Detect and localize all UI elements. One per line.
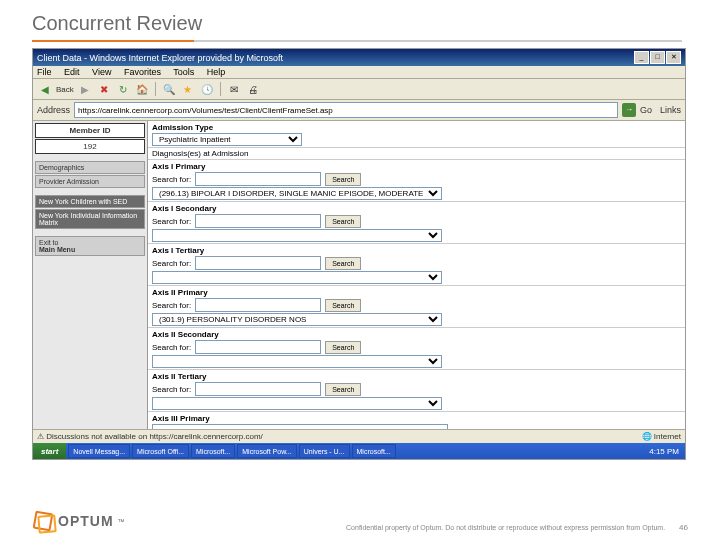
axis2t-search-input[interactable] <box>195 382 321 396</box>
maximize-button[interactable]: □ <box>650 51 665 64</box>
status-bar: ⚠ Discussions not available on https://c… <box>33 429 685 443</box>
window-title: Client Data - Windows Internet Explorer … <box>37 53 283 63</box>
menu-tools[interactable]: Tools <box>173 67 194 77</box>
mail-icon[interactable]: ✉ <box>226 81 242 97</box>
axis1s-search-button[interactable]: Search <box>325 215 361 228</box>
axis1p-select[interactable]: (296.13) BIPOLAR I DISORDER, SINGLE MANI… <box>152 187 442 200</box>
logo-tm: ™ <box>118 518 125 525</box>
axis2s-title: Axis II Secondary <box>152 330 681 339</box>
axis1s-title: Axis I Secondary <box>152 204 681 213</box>
back-label[interactable]: Back <box>56 85 74 94</box>
content-area: Member ID 192 Demographics Provider Admi… <box>33 121 685 451</box>
axis2t-title: Axis II Tertiary <box>152 372 681 381</box>
refresh-icon[interactable]: ↻ <box>115 81 131 97</box>
separator <box>155 82 156 96</box>
axis2p-search-input[interactable] <box>195 298 321 312</box>
close-button[interactable]: ✕ <box>666 51 681 64</box>
axis1s-search-input[interactable] <box>195 214 321 228</box>
logo-text: OPTUM <box>58 513 114 529</box>
taskbar: start Novell Messag... Microsoft Offi...… <box>33 443 685 459</box>
search-label: Search for: <box>152 259 191 268</box>
ie-titlebar: Client Data - Windows Internet Explorer … <box>33 49 685 66</box>
axis1t-search-input[interactable] <box>195 256 321 270</box>
sidebar-item-demographics[interactable]: Demographics <box>35 161 145 174</box>
search-label: Search for: <box>152 385 191 394</box>
ie-window: Client Data - Windows Internet Explorer … <box>32 48 686 460</box>
exit-target: Main Menu <box>39 246 141 253</box>
go-label: Go <box>640 105 652 115</box>
search-label: Search for: <box>152 301 191 310</box>
print-icon[interactable]: 🖨 <box>245 81 261 97</box>
toolbar: ◀ Back ▶ ✖ ↻ 🏠 🔍 ★ 🕓 ✉ 🖨 <box>33 79 685 100</box>
favorites-icon[interactable]: ★ <box>180 81 196 97</box>
axis2t-search-button[interactable]: Search <box>325 383 361 396</box>
slide-title: Concurrent Review <box>32 12 202 35</box>
task-item[interactable]: Novell Messag... <box>68 444 130 458</box>
title-underline <box>32 40 682 42</box>
logo-icon <box>32 510 54 532</box>
task-item[interactable]: Microsoft Pow... <box>237 444 296 458</box>
axis1s-select[interactable] <box>152 229 442 242</box>
history-icon[interactable]: 🕓 <box>199 81 215 97</box>
task-item[interactable]: Microsoft... <box>191 444 235 458</box>
menu-bar: File Edit View Favorites Tools Help <box>33 66 685 79</box>
home-icon[interactable]: 🏠 <box>134 81 150 97</box>
diagnoses-label: Diagnosis(es) at Admission <box>152 149 681 158</box>
address-input[interactable] <box>74 102 618 118</box>
search-label: Search for: <box>152 175 191 184</box>
axis2t-select[interactable] <box>152 397 442 410</box>
status-right: 🌐 Internet <box>642 432 681 441</box>
main-form: Admission Type Psychiatric Inpatient Dia… <box>148 121 685 451</box>
search-label: Search for: <box>152 343 191 352</box>
axis1p-title: Axis I Primary <box>152 162 681 171</box>
axis2s-search-button[interactable]: Search <box>325 341 361 354</box>
axis2s-select[interactable] <box>152 355 442 368</box>
optum-logo: OPTUM ™ <box>32 510 125 532</box>
address-bar: Address → Go Links <box>33 100 685 121</box>
footer-text: Confidential property of Optum. Do not d… <box>346 524 665 531</box>
separator <box>220 82 221 96</box>
system-clock: 4:15 PM <box>643 447 685 456</box>
axis2p-search-button[interactable]: Search <box>325 299 361 312</box>
minimize-button[interactable]: _ <box>634 51 649 64</box>
axis1t-search-button[interactable]: Search <box>325 257 361 270</box>
axis1t-select[interactable] <box>152 271 442 284</box>
member-id-label: Member ID <box>35 123 145 138</box>
menu-file[interactable]: File <box>37 67 52 77</box>
admission-type-select[interactable]: Psychiatric Inpatient <box>152 133 302 146</box>
menu-edit[interactable]: Edit <box>64 67 80 77</box>
exit-label: Exit to <box>39 239 141 246</box>
axis1p-search-button[interactable]: Search <box>325 173 361 186</box>
sidebar-item-provider-admission[interactable]: Provider Admission <box>35 175 145 188</box>
start-button[interactable]: start <box>33 443 66 459</box>
slide-footer: OPTUM ™ Confidential property of Optum. … <box>32 510 688 532</box>
task-item[interactable]: Univers - U... <box>299 444 350 458</box>
member-id-value: 192 <box>35 139 145 154</box>
status-left: ⚠ Discussions not available on https://c… <box>37 432 263 441</box>
back-icon[interactable]: ◀ <box>37 81 53 97</box>
sidebar-exit[interactable]: Exit to Main Menu <box>35 236 145 256</box>
links-label[interactable]: Links <box>660 105 681 115</box>
address-label: Address <box>37 105 70 115</box>
sidebar: Member ID 192 Demographics Provider Admi… <box>33 121 148 451</box>
go-button[interactable]: → <box>622 103 636 117</box>
axis1p-search-input[interactable] <box>195 172 321 186</box>
admission-type-label: Admission Type <box>152 123 681 132</box>
axis2s-search-input[interactable] <box>195 340 321 354</box>
axis2p-title: Axis II Primary <box>152 288 681 297</box>
forward-icon[interactable]: ▶ <box>77 81 93 97</box>
sidebar-item-ny-info-matrix[interactable]: New York Individual Information Matrix <box>35 209 145 229</box>
task-item[interactable]: Microsoft Offi... <box>132 444 189 458</box>
search-label: Search for: <box>152 217 191 226</box>
page-number: 46 <box>679 523 688 532</box>
axis1t-title: Axis I Tertiary <box>152 246 681 255</box>
stop-icon[interactable]: ✖ <box>96 81 112 97</box>
search-icon[interactable]: 🔍 <box>161 81 177 97</box>
axis2p-select[interactable]: (301.9) PERSONALITY DISORDER NOS <box>152 313 442 326</box>
sidebar-item-ny-children-sed[interactable]: New York Children with SED <box>35 195 145 208</box>
menu-view[interactable]: View <box>92 67 111 77</box>
axis3p-title: Axis III Primary <box>152 414 681 423</box>
menu-help[interactable]: Help <box>207 67 226 77</box>
menu-favorites[interactable]: Favorites <box>124 67 161 77</box>
task-item[interactable]: Microsoft... <box>352 444 396 458</box>
